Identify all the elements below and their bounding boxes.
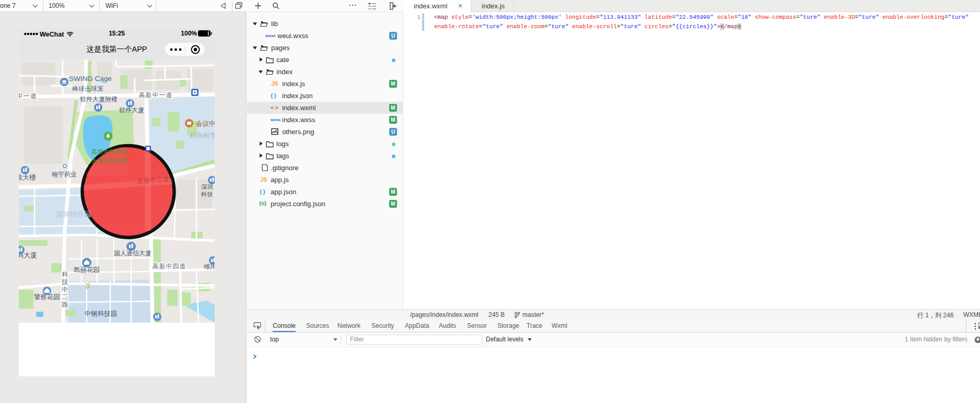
svg-text:中钢科技园: 中钢科技园 <box>85 310 118 317</box>
svg-text:高新中四道: 高新中四道 <box>153 263 186 270</box>
svg-text:技: 技 <box>61 278 68 286</box>
svg-text:凯丽花园: 凯丽花园 <box>74 266 100 274</box>
svg-text:软件大厦: 软件大厦 <box>119 106 144 114</box>
svg-text:科兴科学园: 科兴科学园 <box>190 132 215 139</box>
svg-text:高新中一道: 高新中一道 <box>139 91 173 99</box>
svg-text:会议中: 会议中 <box>196 120 215 127</box>
svg-text:棒球击球笼: 棒球击球笼 <box>72 85 103 92</box>
svg-text:检大楼: 检大楼 <box>19 173 36 181</box>
svg-text:中一道: 中一道 <box>19 92 37 100</box>
svg-text:二: 二 <box>62 293 68 301</box>
svg-text:翰宇药业: 翰宇药业 <box>52 171 77 178</box>
svg-text:路: 路 <box>62 301 68 309</box>
svg-text:科技: 科技 <box>201 191 214 197</box>
svg-text:软件大厦附楼: 软件大厦附楼 <box>80 96 118 103</box>
svg-text:中: 中 <box>62 286 68 293</box>
svg-text:高新中区软件: 高新中区软件 <box>91 149 128 155</box>
svg-text:大厦社区公园: 大厦社区公园 <box>91 158 127 164</box>
svg-text:科: 科 <box>62 271 68 278</box>
svg-text:深圳软件园: 深圳软件园 <box>56 210 91 218</box>
svg-text:深圳: 深圳 <box>201 184 213 190</box>
